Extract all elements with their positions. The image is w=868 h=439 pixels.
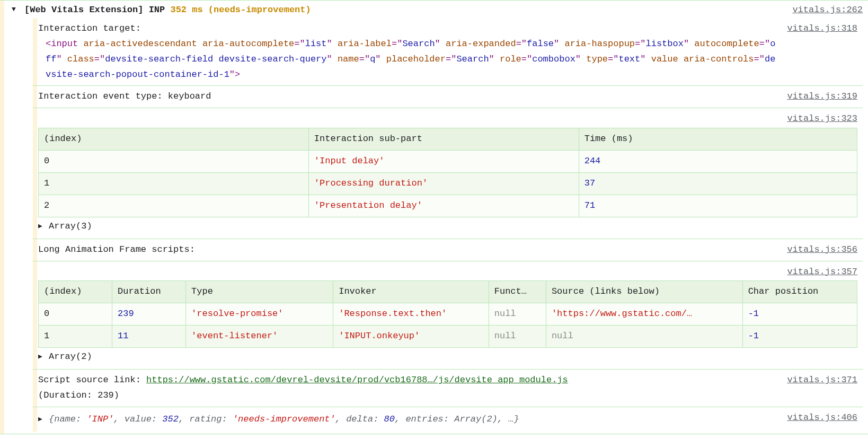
table-header: Type <box>186 281 333 303</box>
table-header: (index) <box>39 128 309 151</box>
source-link[interactable]: vitals.js:262 <box>792 3 863 18</box>
target-html-element[interactable]: <input aria-activedescendant aria-autoco… <box>38 37 776 83</box>
array-summary[interactable]: ▶ Array(2) <box>38 348 857 366</box>
table-header: Funct… <box>489 281 546 303</box>
subpart-table: (index)Interaction sub-partTime (ms)0'In… <box>38 128 857 217</box>
log-entry-laf-label: Long Animation Frame scripts: vitals.js:… <box>33 239 863 261</box>
table-row: 1'Processing duration'37 <box>39 173 857 195</box>
disclosure-triangle-icon[interactable]: ▶ <box>38 414 42 425</box>
nested-group: Interaction target: <input aria-activede… <box>33 18 863 432</box>
summary-metric: 352 ms (needs-improvement) <box>170 5 311 15</box>
table-header: (index) <box>39 281 112 303</box>
log-entry-object: ▶ {name: 'INP', value: 352, rating: 'nee… <box>33 407 863 432</box>
disclosure-triangle-icon[interactable]: ▶ <box>38 351 42 363</box>
table-header: Duration <box>112 281 186 303</box>
summary-prefix: [Web Vitals Extension] INP <box>24 5 165 15</box>
script-src-label: Script source link: <box>38 375 146 385</box>
script-src-duration: (Duration: 239) <box>38 390 119 400</box>
script-src-url[interactable]: https://www.gstatic.com/devrel-devsite/p… <box>146 375 568 385</box>
table-header: Time (ms) <box>579 128 857 151</box>
table-row: 0239'resolve-promise''Response.text.then… <box>39 303 857 326</box>
table-header: Invoker <box>333 281 489 303</box>
table-row: 0'Input delay'244 <box>39 151 857 173</box>
console-output: [Web Vitals Extension] INP 352 ms (needs… <box>0 0 868 434</box>
log-entry-event-type: Interaction event type: keyboard vitals.… <box>33 85 863 108</box>
event-type-label: Interaction event type: keyboard <box>38 89 776 104</box>
target-label: Interaction target: <box>38 21 776 37</box>
disclosure-triangle-icon[interactable] <box>12 4 16 15</box>
source-link[interactable]: vitals.js:357 <box>787 265 857 280</box>
array-summary[interactable]: ▶ Array(3) <box>38 217 857 235</box>
disclosure-triangle-icon[interactable]: ▶ <box>38 221 42 232</box>
log-entry-summary: [Web Vitals Extension] INP 352 ms (needs… <box>0 0 868 434</box>
laf-table: (index)DurationTypeInvokerFunct…Source (… <box>38 280 857 348</box>
source-link[interactable]: vitals.js:319 <box>787 89 857 104</box>
source-link[interactable]: vitals.js:318 <box>787 21 857 37</box>
log-entry-script-src: Script source link: https://www.gstatic.… <box>33 369 863 407</box>
object-summary[interactable]: ▶ {name: 'INP', value: 352, rating: 'nee… <box>38 410 776 428</box>
table-row: 111'event-listener''INPUT.onkeyup'nullnu… <box>39 326 857 348</box>
log-entry-target: Interaction target: <input aria-activede… <box>33 18 863 86</box>
table-header: Interaction sub-part <box>308 128 579 151</box>
laf-label: Long Animation Frame scripts: <box>38 242 776 258</box>
source-link[interactable]: vitals.js:371 <box>787 373 857 388</box>
table-row: 2'Presentation delay'71 <box>39 195 857 217</box>
log-entry-table2: vitals.js:357 (index)DurationTypeInvoker… <box>33 261 863 369</box>
log-entry-table1: vitals.js:323 (index)Interaction sub-par… <box>33 108 863 238</box>
source-link[interactable]: vitals.js:323 <box>787 111 857 127</box>
source-link[interactable]: vitals.js:356 <box>787 242 857 258</box>
table-header: Char position <box>742 281 857 303</box>
table-header: Source (links below) <box>546 281 742 303</box>
source-link[interactable]: vitals.js:406 <box>787 410 857 426</box>
